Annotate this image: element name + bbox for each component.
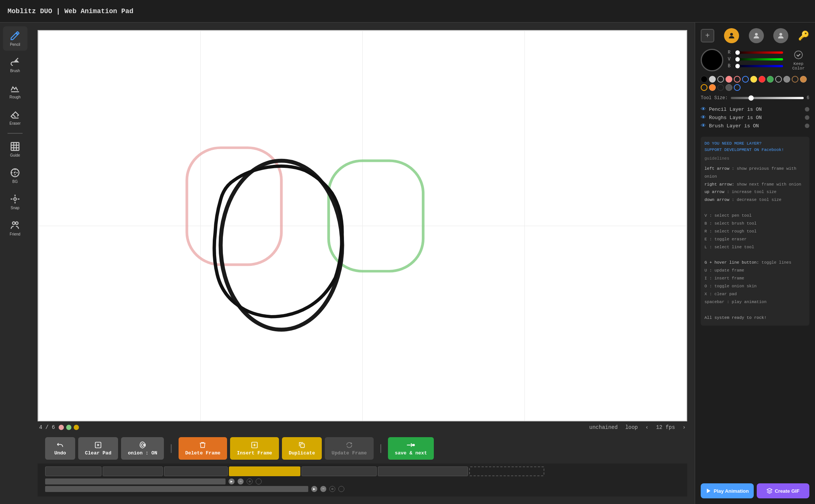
update-frame-button[interactable]: Update Frame (325, 437, 374, 460)
clear-pad-button[interactable]: Clear Pad (78, 437, 118, 460)
bg-label: BG (12, 180, 18, 184)
undo-button[interactable]: Undo (45, 437, 75, 460)
track-circle-1[interactable]: ○ (247, 478, 253, 484)
palette-dark-out[interactable] (717, 84, 724, 91)
pencil-layer-dot[interactable] (805, 107, 809, 112)
mode-label: unchained (589, 424, 618, 430)
timeline-frame-4[interactable] (229, 466, 300, 476)
color-wheel[interactable] (701, 49, 723, 71)
key-icon[interactable]: 🔑 (798, 30, 809, 41)
palette-pink[interactable] (726, 76, 732, 83)
track-play-icon-1[interactable]: ▶ (229, 478, 235, 484)
timeline-frame-2[interactable] (103, 466, 163, 476)
roughs-layer-eye[interactable]: 👁 (701, 115, 706, 121)
svg-rect-1 (11, 143, 19, 151)
roughs-layer-dot[interactable] (805, 115, 809, 120)
svg-point-18 (413, 444, 415, 446)
onion-button[interactable]: onion : ON (121, 437, 164, 460)
palette-green[interactable] (767, 76, 774, 83)
brush-layer-eye[interactable]: 👁 (701, 123, 706, 129)
playback-controls: unchained loop ‹ 12 fps › (589, 424, 686, 430)
guide-tool[interactable]: Guide (3, 137, 27, 161)
v-slider[interactable] (735, 58, 783, 60)
gif-label: Create GIF (775, 488, 800, 494)
clear-pad-label: Clear Pad (85, 450, 111, 456)
insert-frame-button[interactable]: Insert Frame (230, 437, 279, 460)
user-avatar-2[interactable] (749, 28, 764, 43)
canvas-wrapper[interactable] (38, 30, 687, 421)
delete-frame-button[interactable]: Delete Frame (179, 437, 227, 460)
svg-point-20 (755, 33, 757, 36)
eraser-label: Eraser (9, 121, 20, 125)
svg-point-14 (141, 444, 144, 446)
palette-orange[interactable] (709, 84, 716, 91)
timeline-frame-6[interactable] (378, 466, 468, 476)
timeline-frame-1[interactable] (45, 466, 101, 476)
info-guidelines: guidelines (704, 155, 806, 163)
palette-pink-out[interactable] (734, 76, 741, 83)
drawing-svg[interactable] (38, 31, 686, 421)
frame-current: 4 / 6 (39, 424, 55, 430)
palette-gray[interactable] (783, 76, 790, 83)
track-empty-2[interactable] (338, 486, 344, 492)
bg-tool[interactable]: BG (3, 163, 27, 188)
friend-tool[interactable]: Friend (3, 216, 27, 240)
palette-dot-3[interactable] (717, 76, 724, 83)
right-panel: + 🔑 (695, 23, 815, 504)
brush-tool[interactable]: Brush (3, 53, 27, 77)
b-slider[interactable] (735, 65, 783, 67)
palette-dot-9[interactable] (775, 76, 782, 83)
track-empty-1[interactable] (256, 478, 262, 484)
palette-blue-out[interactable] (742, 76, 749, 83)
track-minus-icon-1[interactable]: − (238, 478, 244, 484)
user-avatar-3[interactable] (773, 28, 788, 43)
bottom-toolbar: Undo Clear Pad onion : ON | (38, 433, 687, 463)
create-gif-button[interactable]: Create GIF (757, 483, 810, 498)
timeline-frame-3[interactable] (164, 466, 228, 476)
track-minus-icon-2[interactable]: − (320, 486, 326, 492)
timeline-track-1: ▶ − ○ (45, 478, 680, 484)
timeline-frame-5[interactable] (301, 466, 377, 476)
insert-frame-label: Insert Frame (237, 450, 272, 456)
rgb-row-b: B (728, 63, 783, 69)
palette-red[interactable] (759, 76, 765, 83)
palette-yellow[interactable] (750, 76, 757, 83)
brush-label: Brush (10, 69, 20, 73)
svg-marker-23 (707, 489, 710, 493)
pencil-layer-eye[interactable]: 👁 (701, 106, 706, 112)
duplicate-button[interactable]: Duplicate (282, 437, 322, 460)
rough-tool[interactable]: Rough (3, 79, 27, 103)
palette-blue-out2[interactable] (734, 84, 741, 91)
tool-size-slider[interactable] (731, 97, 804, 99)
palette-dot-2[interactable] (709, 76, 716, 83)
canvas-container: 4 / 6 unchained loop ‹ 12 fps › (30, 23, 695, 504)
b-label: B (728, 63, 732, 69)
play-animation-button[interactable]: Play Animation (701, 483, 754, 498)
info-section: DO YOU NEED MORE LAYER? SUPPORT DEVELOPM… (701, 137, 809, 326)
palette-brown-out[interactable] (792, 76, 798, 83)
track-play-icon-2[interactable]: ▶ (311, 486, 317, 492)
track-bar-2 (45, 486, 308, 492)
keep-color-button[interactable]: Keep Color (788, 62, 809, 71)
rgb-row-r: R (728, 50, 783, 55)
save-next-button[interactable]: save & next (388, 437, 434, 460)
timeline-frame-add[interactable] (469, 466, 544, 476)
fps-left[interactable]: ‹ (645, 424, 648, 430)
add-button[interactable]: + (701, 29, 714, 42)
panel-bottom-btns: Play Animation Create GIF (701, 480, 809, 498)
user-avatar-1[interactable] (724, 28, 739, 43)
palette-dark[interactable] (726, 84, 732, 91)
color-section: R V B Keep Color (701, 49, 809, 71)
pencil-tool[interactable]: Pencil (3, 26, 27, 51)
snap-label: Snap (11, 206, 19, 210)
r-slider[interactable] (735, 51, 783, 54)
palette-brown[interactable] (800, 76, 807, 83)
snap-tool[interactable]: Snap (3, 190, 27, 214)
palette-orange-out[interactable] (701, 84, 707, 91)
palette-black[interactable] (701, 76, 707, 83)
track-circle-2[interactable]: ○ (329, 486, 335, 492)
track-controls-1: ▶ − ○ (229, 478, 262, 484)
brush-layer-dot[interactable] (805, 124, 809, 128)
eraser-tool[interactable]: Eraser (3, 105, 27, 130)
fps-right[interactable]: › (683, 424, 686, 430)
